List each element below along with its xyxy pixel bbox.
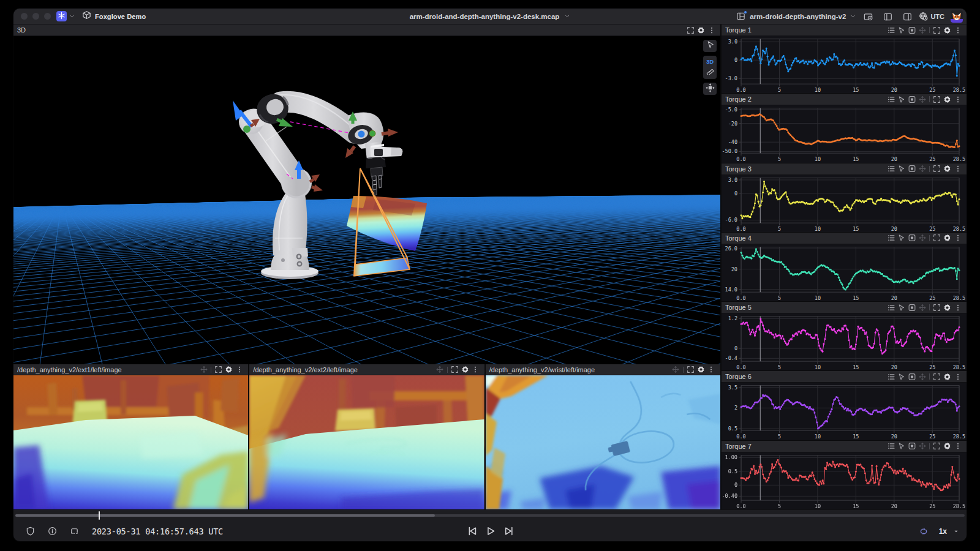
sync-view-icon[interactable] — [907, 441, 917, 451]
app-menu-button[interactable] — [56, 11, 75, 22]
sync-view-icon[interactable] — [907, 372, 917, 381]
more-icon[interactable] — [952, 303, 963, 312]
data-source-info-shield-icon[interactable] — [21, 523, 39, 539]
timeline-scrubber[interactable] — [13, 510, 967, 521]
fullscreen-icon[interactable] — [685, 26, 696, 35]
more-icon[interactable] — [470, 365, 481, 374]
more-icon[interactable] — [234, 365, 244, 374]
pointer-icon[interactable] — [896, 303, 907, 312]
settings-icon[interactable] — [942, 95, 952, 104]
settings-icon[interactable] — [460, 365, 470, 374]
settings-icon[interactable] — [942, 303, 952, 312]
more-icon[interactable] — [706, 365, 717, 374]
sync-view-icon[interactable] — [907, 26, 917, 35]
pointer-icon[interactable] — [896, 164, 907, 173]
more-icon[interactable] — [952, 95, 963, 104]
line-chart[interactable]: 1.000.50-0.400.051015202528.5 — [722, 452, 967, 509]
sync-view-icon[interactable] — [907, 95, 917, 104]
window-controls[interactable] — [21, 13, 51, 20]
avatar[interactable] — [951, 10, 963, 23]
drag-icon[interactable] — [435, 365, 445, 374]
left-sidebar-toggle[interactable] — [880, 10, 895, 23]
legend-icon[interactable] — [886, 303, 896, 312]
drag-icon[interactable] — [671, 365, 681, 374]
play-button[interactable] — [481, 523, 499, 539]
line-chart[interactable]: 1.20-0.40.051015202528.5 — [722, 313, 967, 370]
file-title-button[interactable]: arm-droid-and-depth-anything-v2-desk.mca… — [410, 9, 571, 24]
fullscreen-icon[interactable] — [932, 372, 942, 381]
more-icon[interactable] — [952, 26, 963, 35]
speed-chevron-icon[interactable] — [953, 526, 959, 537]
settings-icon[interactable] — [942, 233, 952, 242]
depth-image-ext2[interactable] — [249, 375, 484, 509]
legend-icon[interactable] — [886, 441, 896, 451]
seek-forward-button[interactable] — [499, 523, 518, 539]
pointer-icon[interactable] — [896, 233, 907, 242]
select-tool-button[interactable] — [703, 40, 717, 52]
pointer-icon[interactable] — [896, 441, 907, 451]
settings-icon[interactable] — [942, 372, 952, 381]
settings-icon[interactable] — [224, 365, 234, 374]
depth-image-wrist[interactable] — [486, 375, 720, 509]
right-sidebar-toggle[interactable] — [899, 10, 915, 23]
drag-icon[interactable] — [917, 441, 927, 451]
more-icon[interactable] — [952, 372, 963, 381]
repeat-range-icon[interactable] — [65, 523, 83, 539]
legend-icon[interactable] — [886, 372, 896, 381]
zoom-button[interactable] — [44, 13, 51, 20]
drag-icon[interactable] — [917, 233, 927, 242]
sync-view-icon[interactable] — [907, 233, 917, 242]
sync-view-icon[interactable] — [907, 303, 917, 312]
settings-icon[interactable] — [696, 26, 706, 35]
scene-3d[interactable]: 3D — [13, 36, 720, 364]
fullscreen-icon[interactable] — [450, 365, 460, 374]
fullscreen-icon[interactable] — [932, 441, 942, 451]
more-icon[interactable] — [952, 441, 963, 451]
add-panel-button[interactable] — [860, 10, 876, 23]
settings-icon[interactable] — [942, 164, 952, 173]
drag-icon[interactable] — [917, 95, 927, 104]
drag-icon[interactable] — [917, 372, 927, 381]
timezone-button[interactable]: UTC — [919, 12, 944, 22]
line-chart[interactable]: -5.0-20-40-50.00.051015202528.5 — [722, 105, 967, 162]
legend-icon[interactable] — [886, 26, 896, 35]
settings-icon[interactable] — [696, 365, 706, 374]
loop-button[interactable] — [914, 523, 933, 539]
pointer-icon[interactable] — [896, 372, 907, 381]
minimize-button[interactable] — [32, 13, 39, 20]
drag-icon[interactable] — [917, 164, 927, 173]
legend-icon[interactable] — [886, 95, 896, 104]
legend-icon[interactable] — [886, 233, 896, 242]
fullscreen-icon[interactable] — [932, 164, 942, 173]
measure-tool-button[interactable]: 3D — [703, 56, 717, 79]
close-button[interactable] — [21, 13, 28, 20]
settings-icon[interactable] — [942, 26, 952, 35]
data-source-button[interactable]: Foxglove Demo — [82, 10, 146, 22]
settings-icon[interactable] — [942, 441, 952, 451]
more-icon[interactable] — [706, 26, 717, 35]
fullscreen-icon[interactable] — [932, 95, 942, 104]
camera-tool-button[interactable] — [703, 83, 717, 95]
fullscreen-icon[interactable] — [932, 233, 942, 242]
more-icon[interactable] — [952, 164, 963, 173]
line-chart[interactable]: 3.00-3.00.051015202528.5 — [722, 36, 967, 93]
fullscreen-icon[interactable] — [685, 365, 696, 374]
fullscreen-icon[interactable] — [932, 303, 942, 312]
line-chart[interactable]: 3.00-6.00.051015202528.5 — [722, 175, 967, 232]
line-chart[interactable]: 3.520.50.051015202528.5 — [722, 383, 967, 440]
more-icon[interactable] — [952, 233, 963, 242]
info-icon[interactable] — [43, 523, 61, 539]
pointer-icon[interactable] — [896, 95, 907, 104]
sync-view-icon[interactable] — [907, 164, 917, 173]
pointer-icon[interactable] — [896, 26, 907, 35]
drag-icon[interactable] — [917, 26, 927, 35]
legend-icon[interactable] — [886, 164, 896, 173]
fullscreen-icon[interactable] — [932, 26, 942, 35]
line-chart[interactable]: 26.02014.00.051015202528.5 — [722, 244, 967, 301]
drag-icon[interactable] — [198, 365, 209, 374]
depth-image-ext1[interactable] — [13, 375, 248, 509]
drag-icon[interactable] — [917, 303, 927, 312]
fullscreen-icon[interactable] — [213, 365, 224, 374]
seek-backward-button[interactable] — [462, 523, 481, 539]
layout-button[interactable]: arm-droid-depth-anything-v2 — [736, 12, 856, 21]
